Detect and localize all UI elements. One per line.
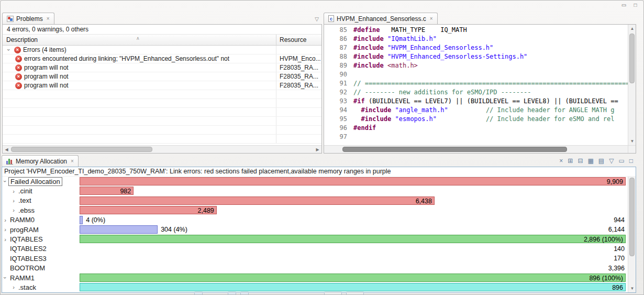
expander-icon[interactable]: › [2, 275, 8, 281]
scroll-thumb[interactable] [11, 147, 152, 152]
tab-problems[interactable]: Problems × [2, 13, 54, 24]
problems-hscrollbar[interactable]: ◀ ▶ [3, 145, 321, 153]
expander-icon[interactable]: › [10, 198, 17, 204]
problems-empty-row [3, 108, 321, 117]
code-line: 90 [324, 70, 628, 79]
empty-resource-cell [276, 90, 321, 99]
problem-description-cell: ×program will not [3, 81, 276, 90]
expander-icon[interactable]: › [10, 188, 17, 194]
code-editor[interactable]: 85#define MATH_TYPE IQ_MATH86#include "I… [324, 26, 628, 145]
problems-summary: 4 errors, 0 warnings, 0 others [3, 25, 321, 34]
collapse-all-icon[interactable]: ⊟ [578, 157, 583, 165]
memory-row[interactable]: 4 (0%)944›RAMM0 [2, 215, 628, 225]
view-menu-icon[interactable]: ▽ [609, 157, 614, 165]
scroll-down-icon[interactable]: ▼ [628, 137, 636, 145]
tab-editor-file[interactable]: c HVPM_Enhanced_Sensorless.c × [324, 13, 438, 24]
line-number: 86 [324, 35, 353, 43]
problems-row[interactable]: ×errors encountered during linking; "HVP… [3, 54, 321, 63]
close-icon[interactable]: × [559, 157, 563, 165]
scroll-down-icon[interactable]: ▼ [628, 285, 636, 292]
code-segment: "angle_math.h" [395, 106, 448, 114]
scroll-thumb[interactable] [342, 147, 567, 152]
memory-allocation-icon [6, 158, 13, 165]
memory-row[interactable]: 6,438›.text [2, 196, 628, 205]
memory-row[interactable]: 982›.cinit [2, 186, 628, 195]
memory-row-label: ›.ebss [2, 205, 79, 215]
memory-row[interactable]: 2,896 (100%)›IQTABLES [2, 234, 628, 244]
tab-memory-label: Memory Allocation [16, 158, 67, 165]
code-text: #include "HVPM_Enhanced_Sensorless-Setti… [353, 52, 527, 61]
minimize-button[interactable]: ▭ [620, 2, 628, 8]
memory-row[interactable]: 2,489›.ebss [2, 205, 628, 215]
memory-row-label: ›progRAM [2, 225, 79, 234]
code-segment: "esmopos.h" [395, 115, 436, 123]
memory-row-label: ›IQTABLES [2, 234, 79, 244]
code-segment [384, 53, 387, 60]
memory-bar-red: 982 [80, 187, 134, 195]
close-icon[interactable]: × [71, 158, 74, 164]
code-line: 97 [324, 133, 628, 141]
close-icon[interactable]: × [430, 16, 433, 21]
problem-resource-cell: F28035_RA... [276, 63, 321, 72]
expander-icon[interactable]: › [2, 217, 8, 223]
code-text: #include "HVPM_Enhanced_Sensorless.h" [353, 43, 493, 52]
problems-row[interactable]: ×program will notF28035_RA... [3, 63, 321, 72]
expander-icon[interactable]: › [2, 236, 8, 243]
expander-icon[interactable]: › [2, 226, 8, 233]
code-text: #if (BUILDLEVEL == LEVEL7) || (BUILDLEVE… [353, 97, 618, 106]
memory-row-label: ›.stack [2, 282, 79, 292]
maximize-icon[interactable]: □ [629, 157, 633, 165]
new-view-icon[interactable]: ▦ [587, 157, 593, 165]
memory-vscrollbar[interactable]: ▼ [628, 177, 636, 292]
maximize-button[interactable]: □ [631, 2, 639, 8]
problem-description-cell: ×program will not [3, 72, 276, 81]
code-line: 93#if (BUILDLEVEL == LEVEL7) || (BUILDLE… [324, 97, 628, 106]
memory-row[interactable]: 170IQTABLES3 [2, 254, 628, 263]
memory-row[interactable]: 9,909›Failed Allocation [2, 177, 628, 186]
problems-group-row[interactable]: › × Errors (4 items) [3, 46, 321, 54]
memory-row[interactable]: 896 (100%)›RAMM1 [2, 273, 628, 282]
code-line: 96#endif [324, 124, 628, 133]
scroll-up-icon[interactable]: ▲ [628, 25, 636, 32]
close-icon[interactable]: × [47, 16, 50, 21]
expander-icon[interactable]: › [10, 207, 17, 213]
minimize-icon[interactable]: ▭ [618, 157, 624, 165]
editor-vscrollbar[interactable]: ▲ ▼ [628, 25, 636, 145]
memory-label-text: IQTABLES2 [8, 245, 48, 253]
pin-view-icon[interactable]: ▤ [598, 157, 604, 165]
problem-description: errors encountered during linking; "HVPM… [24, 55, 229, 62]
code-segment [437, 115, 486, 123]
memory-row[interactable]: 896›.stack [2, 282, 628, 292]
code-segment: #include [361, 115, 391, 123]
code-segment: #include [361, 106, 391, 114]
code-segment: #define [353, 26, 380, 34]
scroll-thumb[interactable] [629, 178, 635, 256]
view-menu-icon[interactable]: ▽ [315, 16, 319, 22]
tab-memory-allocation[interactable]: Memory Allocation × [2, 155, 79, 167]
memory-row[interactable]: 304 (4%)6,144›progRAM [2, 225, 628, 234]
memory-row[interactable]: 140IQTABLES2 [2, 244, 628, 254]
expander-icon[interactable]: › [6, 47, 12, 53]
scroll-thumb[interactable] [629, 34, 635, 83]
column-header-resource[interactable]: Resource [276, 35, 321, 45]
scroll-left-icon[interactable]: ◀ [3, 146, 10, 154]
expander-icon[interactable]: › [2, 178, 8, 184]
scroll-right-icon[interactable]: ▶ [314, 146, 321, 154]
empty-resource-cell [276, 135, 321, 143]
code-segment [384, 44, 387, 51]
code-line: 86#include "IQmathLib.h" [324, 35, 628, 43]
empty-resource-cell [276, 126, 321, 134]
problems-empty-row [3, 99, 321, 108]
problems-row[interactable]: ×program will notF28035_RA... [3, 72, 321, 81]
memory-row-label: ›Failed Allocation [2, 177, 79, 186]
code-line: 94 #include "angle_math.h" // Include he… [324, 106, 628, 115]
expand-all-icon[interactable]: ⊞ [568, 157, 573, 165]
editor-hscrollbar[interactable] [324, 145, 628, 153]
memory-bar-green: 896 (100%) [80, 274, 626, 282]
line-number: 85 [324, 26, 353, 35]
problems-row[interactable]: ×program will notF28035_RA... [3, 81, 321, 90]
column-header-description[interactable]: Description ∧ [3, 35, 276, 45]
expander-icon[interactable]: › [10, 284, 17, 290]
memory-row[interactable]: 3,396BOOTROM [2, 264, 628, 273]
editor-view: c HVPM_Enhanced_Sensorless.c × 85#define… [324, 13, 636, 154]
